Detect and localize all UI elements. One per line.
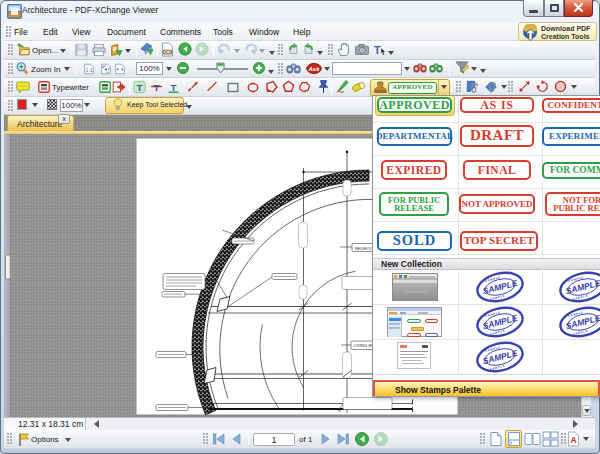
svg-text:Ask: Ask	[308, 66, 321, 72]
svg-text:T: T	[137, 82, 143, 93]
svg-text:T: T	[171, 82, 177, 93]
svg-text:OCR: OCR	[163, 50, 174, 55]
svg-text:T: T	[374, 44, 381, 56]
svg-text:A: A	[570, 435, 576, 445]
svg-text:1:1: 1:1	[85, 67, 92, 73]
